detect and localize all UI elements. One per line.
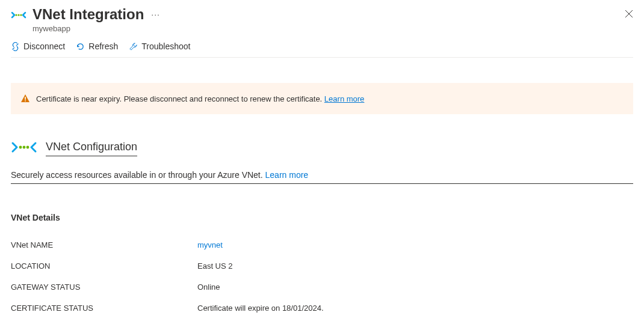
troubleshoot-button[interactable]: Troubleshoot [129, 41, 190, 51]
value-gateway-status: Online [197, 283, 220, 292]
disconnect-icon [11, 42, 20, 51]
vnet-details-heading: VNet Details [11, 213, 633, 222]
vnet-integration-blade: VNet Integration ··· mywebapp Disconnect… [0, 0, 644, 330]
value-certificate-status: Certificate will expire on 18/01/2024. [197, 304, 324, 313]
section-title: VNet Configuration [46, 141, 137, 156]
more-actions-button[interactable]: ··· [151, 10, 160, 19]
label-location: LOCATION [11, 261, 197, 270]
label-certificate-status: CERTIFICATE STATUS [11, 304, 197, 313]
close-icon [625, 10, 633, 18]
vnet-icon [11, 7, 26, 25]
svg-rect-3 [25, 97, 26, 100]
svg-point-5 [19, 146, 22, 149]
label-gateway-status: GATEWAY STATUS [11, 283, 197, 292]
vnet-config-icon [11, 139, 37, 157]
vnet-details-grid: VNet NAME myvnet LOCATION East US 2 GATE… [11, 234, 633, 319]
svg-point-1 [17, 14, 19, 16]
warning-icon [20, 94, 30, 103]
row-vnet-name: VNet NAME myvnet [11, 234, 633, 255]
disconnect-button[interactable]: Disconnect [11, 41, 65, 51]
disconnect-label: Disconnect [23, 41, 65, 51]
warning-learn-more-link[interactable]: Learn more [324, 94, 364, 103]
row-gateway-status: GATEWAY STATUS Online [11, 277, 633, 298]
row-location: LOCATION East US 2 [11, 255, 633, 277]
page-title: VNet Integration [33, 6, 144, 23]
value-vnet-name[interactable]: myvnet [197, 240, 223, 249]
troubleshoot-icon [129, 42, 138, 51]
troubleshoot-label: Troubleshoot [141, 41, 190, 51]
refresh-icon [76, 42, 85, 51]
config-learn-more-link[interactable]: Learn more [265, 170, 309, 180]
certificate-expiry-warning: Certificate is near expiry. Please disco… [11, 83, 633, 114]
svg-point-2 [20, 14, 22, 16]
resource-name: mywebapp [33, 24, 633, 33]
warning-text: Certificate is near expiry. Please disco… [36, 94, 322, 103]
label-vnet-name: VNet NAME [11, 240, 197, 249]
svg-point-6 [23, 146, 26, 149]
svg-point-0 [15, 14, 17, 16]
section-description: Securely access resources available in o… [11, 170, 263, 180]
close-button[interactable] [625, 8, 633, 21]
row-certificate-status: CERTIFICATE STATUS Certificate will expi… [11, 298, 633, 319]
value-location: East US 2 [197, 261, 233, 270]
refresh-label: Refresh [88, 41, 118, 51]
blade-header: VNet Integration ··· mywebapp [11, 0, 633, 33]
svg-rect-4 [25, 100, 26, 102]
command-bar: Disconnect Refresh Troubleshoot [11, 33, 633, 58]
vnet-configuration-section: VNet Configuration Securely access resou… [11, 139, 633, 184]
svg-point-7 [26, 146, 29, 149]
refresh-button[interactable]: Refresh [76, 41, 118, 51]
